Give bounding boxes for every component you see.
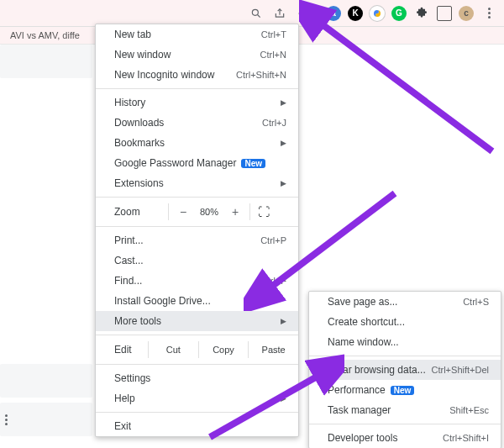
chevron-right-icon: ▶	[272, 394, 286, 403]
menu-new-window[interactable]: New window Ctrl+N	[96, 45, 298, 65]
zoom-in-button[interactable]: +	[224, 205, 246, 219]
menu-cast[interactable]: Cast...	[96, 250, 298, 271]
more-tools-submenu: Save page as... Ctrl+S Create shortcut..…	[308, 291, 501, 448]
menu-more-tools[interactable]: More tools ▶	[96, 311, 298, 331]
tab-title[interactable]: AVI vs AMV, diffe	[10, 30, 80, 40]
menu-new-tab[interactable]: New tab Ctrl+T	[96, 24, 298, 45]
overflow-menu-button[interactable]	[5, 414, 8, 425]
menu-find[interactable]: Find... Ctrl+F	[96, 271, 298, 291]
chevron-right-icon: ▶	[272, 179, 286, 187]
menu-install-drive[interactable]: Install Google Drive...	[96, 291, 298, 311]
separator	[249, 203, 250, 220]
extensions-puzzle-icon[interactable]	[413, 5, 430, 22]
menu-separator	[309, 424, 501, 424]
extension-g-icon[interactable]: G	[391, 6, 407, 21]
submenu-task-manager[interactable]: Task manager Shift+Esc	[309, 400, 501, 420]
menu-shortcut: Ctrl+Shift+N	[236, 70, 286, 80]
menu-shortcut: Ctrl+P	[260, 235, 286, 245]
menu-label: Developer tools	[328, 432, 397, 444]
menu-label: Task manager	[328, 404, 391, 416]
content-block	[0, 403, 92, 436]
menu-label: Exit	[114, 420, 131, 432]
menu-label: New Incognito window	[114, 69, 214, 81]
new-badge: New	[391, 386, 415, 395]
submenu-name-window[interactable]: Name window...	[309, 332, 501, 352]
menu-label: Settings	[114, 372, 150, 384]
menu-extensions[interactable]: Extensions ▶	[96, 173, 298, 193]
extension-s-icon[interactable]	[370, 6, 385, 21]
menu-help[interactable]: Help ▶	[96, 388, 298, 408]
menu-separator	[309, 356, 501, 356]
menu-label: Help	[114, 393, 135, 404]
menu-exit[interactable]: Exit	[96, 416, 298, 436]
menu-print[interactable]: Print... Ctrl+P	[96, 230, 298, 250]
side-panel-icon[interactable]	[437, 6, 452, 21]
content-block	[0, 45, 92, 78]
menu-label-group: Performance New	[328, 384, 414, 396]
menu-label: Print...	[114, 235, 144, 246]
menu-label: Clear browsing data...	[328, 364, 426, 376]
cut-button[interactable]: Cut	[149, 345, 198, 355]
menu-shortcut: Ctrl+N	[260, 50, 286, 60]
menu-zoom-row: Zoom − 80% + ⛶	[96, 201, 298, 223]
menu-label: Save page as...	[328, 296, 397, 308]
menu-shortcut: Ctrl+Shift+Del	[432, 365, 489, 375]
extension-k-icon[interactable]: K	[348, 6, 363, 21]
separator	[168, 203, 169, 220]
svg-point-0	[252, 9, 258, 15]
new-badge: New	[241, 159, 265, 168]
submenu-performance[interactable]: Performance New	[309, 380, 501, 400]
menu-history[interactable]: History ▶	[96, 92, 298, 113]
menu-label: Bookmarks	[114, 137, 165, 149]
menu-label: More tools	[114, 315, 161, 327]
edit-label: Edit	[114, 344, 148, 356]
magnify-icon[interactable]	[248, 5, 265, 22]
menu-label: Find...	[114, 275, 142, 287]
menu-edit-row: Edit Cut Copy Paste	[96, 339, 298, 361]
svg-line-1	[258, 14, 260, 17]
menu-settings[interactable]: Settings	[96, 368, 298, 388]
submenu-clear-browsing-data[interactable]: Clear browsing data... Ctrl+Shift+Del	[309, 360, 501, 380]
menu-label: Downloads	[114, 117, 164, 129]
menu-shortcut: Ctrl+F	[261, 276, 286, 286]
chevron-right-icon: ▶	[272, 317, 286, 325]
menu-separator	[96, 335, 298, 335]
profile-avatar[interactable]: c	[459, 6, 474, 21]
menu-password-manager[interactable]: Google Password Manager New	[96, 153, 298, 173]
menu-separator	[96, 412, 298, 413]
content-block	[0, 364, 92, 398]
menu-new-incognito[interactable]: New Incognito window Ctrl+Shift+N	[96, 65, 298, 85]
menu-label: Google Password Manager	[114, 157, 236, 169]
menu-label: Create shortcut...	[328, 316, 405, 328]
menu-downloads[interactable]: Downloads Ctrl+J	[96, 113, 298, 133]
submenu-developer-tools[interactable]: Developer tools Ctrl+Shift+I	[309, 428, 501, 448]
separator	[318, 7, 319, 20]
extension-a-icon[interactable]: a	[326, 6, 341, 21]
chrome-menu-button[interactable]	[480, 5, 497, 22]
share-icon[interactable]	[271, 5, 288, 22]
menu-separator	[96, 226, 298, 227]
copy-button[interactable]: Copy	[199, 345, 249, 355]
menu-shortcut: Ctrl+S	[463, 297, 489, 307]
chevron-right-icon: ▶	[272, 139, 286, 147]
submenu-save-page[interactable]: Save page as... Ctrl+S	[309, 292, 501, 312]
menu-bookmarks[interactable]: Bookmarks ▶	[96, 133, 298, 153]
menu-label: New window	[114, 49, 171, 61]
fullscreen-icon[interactable]: ⛶	[254, 205, 272, 219]
paste-button[interactable]: Paste	[249, 345, 298, 355]
menu-label: History	[114, 97, 145, 108]
menu-label: Performance	[328, 384, 386, 396]
menu-label: Install Google Drive...	[114, 295, 211, 307]
menu-shortcut: Ctrl+T	[261, 29, 286, 40]
refresh-icon[interactable]	[295, 5, 312, 22]
submenu-create-shortcut[interactable]: Create shortcut...	[309, 312, 501, 332]
zoom-out-button[interactable]: −	[172, 205, 194, 219]
menu-shortcut: Ctrl+Shift+I	[443, 433, 489, 443]
menu-label: Name window...	[328, 336, 399, 348]
menu-label-group: Google Password Manager New	[114, 157, 265, 169]
menu-separator	[96, 364, 298, 365]
menu-label: Extensions	[114, 177, 164, 189]
zoom-label: Zoom	[114, 206, 165, 218]
menu-label: Cast...	[114, 255, 144, 266]
menu-shortcut: Ctrl+J	[262, 118, 286, 128]
